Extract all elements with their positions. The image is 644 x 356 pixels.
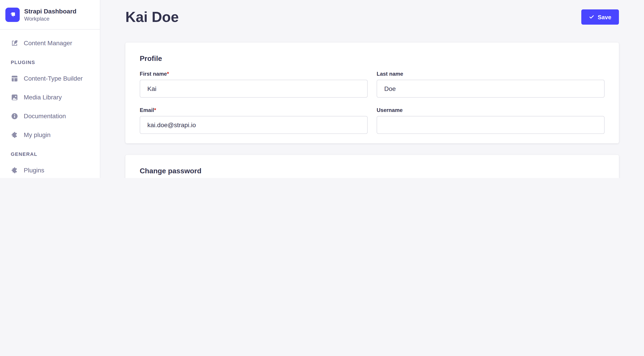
puzzle-icon xyxy=(11,131,18,138)
page-header: Kai Doe Save xyxy=(100,0,644,42)
email-input[interactable] xyxy=(140,116,368,134)
change-password-card-title: Change password xyxy=(140,168,604,175)
sidebar-item-content-type-builder[interactable]: Content-Type Builder xyxy=(0,71,100,86)
brand-text: Strapi Dashboard Workplace xyxy=(24,8,76,22)
sidebar-item-my-plugin[interactable]: My plugin xyxy=(0,127,100,142)
layout-icon xyxy=(11,74,18,82)
change-password-card: Change password Current Password xyxy=(126,155,619,178)
main-content: Kai Doe Save Profile First name* Last na… xyxy=(100,0,644,178)
username-label: Username xyxy=(377,107,604,114)
email-field-group: Email* xyxy=(140,107,368,134)
sidebar-item-label: Plugins xyxy=(24,166,44,174)
last-name-label: Last name xyxy=(377,71,604,78)
required-asterisk: * xyxy=(167,71,169,77)
profile-card-title: Profile xyxy=(140,55,604,62)
email-label: Email* xyxy=(140,107,368,114)
puzzle-icon xyxy=(11,166,18,174)
check-icon xyxy=(589,14,594,20)
sidebar-section-general: GENERAL xyxy=(0,151,100,157)
sidebar-item-documentation[interactable]: Documentation xyxy=(0,108,100,124)
username-field-group: Username xyxy=(377,107,604,134)
strapi-logo-icon xyxy=(5,8,20,22)
workspace-subtitle: Workplace xyxy=(24,16,76,22)
sidebar-item-label: My plugin xyxy=(24,131,50,138)
sidebar-item-content-manager[interactable]: Content Manager xyxy=(0,36,100,50)
workspace-brand[interactable]: Strapi Dashboard Workplace xyxy=(0,0,100,30)
workspace-title: Strapi Dashboard xyxy=(24,8,76,15)
username-input[interactable] xyxy=(377,116,604,134)
strapi-admin-page: Strapi Dashboard Workplace Content Manag… xyxy=(0,0,644,178)
first-name-field-group: First name* xyxy=(140,71,368,98)
sidebar-item-media-library[interactable]: Media Library xyxy=(0,90,100,105)
sidebar-item-label: Documentation xyxy=(24,112,66,120)
required-asterisk: * xyxy=(154,107,156,113)
sidebar-item-plugins[interactable]: Plugins xyxy=(0,162,100,178)
last-name-field-group: Last name xyxy=(377,71,604,98)
sidebar-item-label: Media Library xyxy=(24,94,62,101)
sidebar-section-plugins: PLUGINS xyxy=(0,60,100,66)
profile-card: Profile First name* Last name Email* Use… xyxy=(126,42,619,143)
first-name-input[interactable] xyxy=(140,80,368,98)
save-button[interactable]: Save xyxy=(581,10,619,25)
sidebar-nav: Content Manager PLUGINS Content-Type Bui… xyxy=(0,30,100,178)
sidebar-item-label: Content-Type Builder xyxy=(24,75,83,82)
first-name-label: First name* xyxy=(140,71,368,78)
image-icon xyxy=(11,93,18,101)
sidebar-item-label: Content Manager xyxy=(24,40,72,46)
save-button-label: Save xyxy=(598,14,611,20)
last-name-input[interactable] xyxy=(377,80,604,98)
feather-edit-icon xyxy=(11,39,18,47)
info-icon xyxy=(11,112,18,120)
sidebar: Strapi Dashboard Workplace Content Manag… xyxy=(0,0,100,178)
page-title: Kai Doe xyxy=(126,9,179,26)
